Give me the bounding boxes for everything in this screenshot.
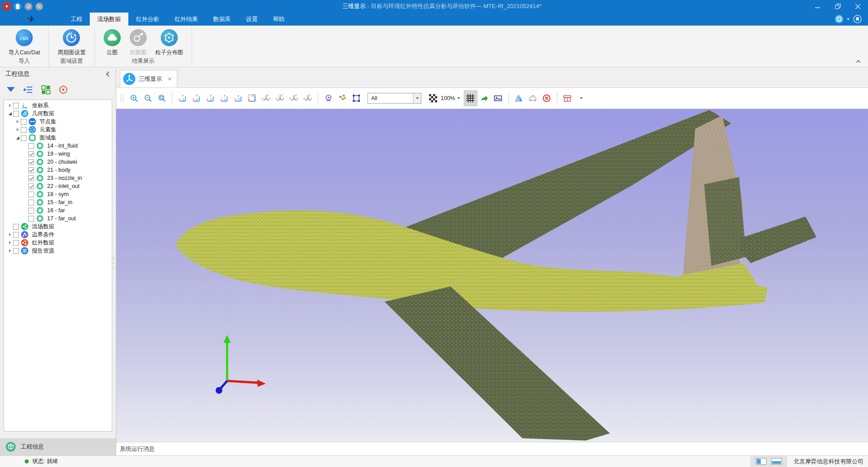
expand-open-icon[interactable]: [7, 112, 13, 115]
block-grid-icon[interactable]: [40, 84, 51, 95]
tree-checkbox[interactable]: [28, 167, 34, 173]
tree-checkbox[interactable]: [13, 224, 19, 230]
cancel-icon[interactable]: [540, 90, 554, 106]
tree-row[interactable]: 报告资源: [4, 247, 112, 255]
menu-tab-3[interactable]: 红外分析: [128, 13, 167, 26]
viewport-3d[interactable]: [116, 109, 868, 442]
layout-left-panel-icon[interactable]: [756, 458, 767, 465]
tab-close-icon[interactable]: ×: [168, 75, 171, 83]
new-doc-icon[interactable]: [14, 3, 22, 10]
tree-checkbox[interactable]: [28, 192, 34, 197]
help-badge-icon[interactable]: [853, 15, 862, 23]
tree-checkbox[interactable]: [28, 200, 34, 205]
redo-icon[interactable]: ↻: [35, 3, 43, 10]
tree-checkbox[interactable]: [13, 248, 19, 254]
expand-closed-icon[interactable]: [7, 104, 13, 107]
select-box-icon[interactable]: [349, 90, 363, 106]
toolbar-grip[interactable]: [121, 94, 123, 103]
panel-splitter-handle[interactable]: [112, 258, 115, 269]
particle-distribution-button[interactable]: 粒子分布图: [151, 28, 188, 57]
window-switch-icon[interactable]: [835, 15, 843, 23]
tree-row[interactable]: 20 - chuiwei: [4, 158, 112, 166]
view-top-icon[interactable]: xzY: [231, 90, 245, 106]
tree-checkbox[interactable]: [13, 232, 19, 238]
view-iso-3-icon[interactable]: Yxz: [287, 90, 301, 106]
view-bottom-icon[interactable]: zYx: [245, 90, 259, 106]
tree-checkbox[interactable]: [13, 240, 19, 246]
zoom-fit-icon[interactable]: [155, 90, 169, 106]
tree-row[interactable]: 红外数据: [4, 239, 112, 247]
tree-row[interactable]: 23 - nozzle_in: [4, 174, 112, 182]
mesh-grid-icon[interactable]: [464, 90, 478, 106]
dither-icon[interactable]: [426, 90, 440, 106]
export-caret-icon[interactable]: [574, 90, 588, 106]
menu-tab-7[interactable]: 帮助: [265, 13, 292, 26]
tree-row[interactable]: 22 - inlet_out: [4, 182, 112, 190]
expand-closed-icon[interactable]: [7, 233, 13, 236]
snapshot-icon[interactable]: [491, 90, 505, 106]
tree-checkbox[interactable]: [28, 151, 34, 157]
expand-closed-icon[interactable]: [7, 249, 13, 253]
panel-collapse-icon[interactable]: [106, 71, 111, 76]
view-iso-4-icon[interactable]: Yxz: [301, 90, 315, 106]
display-filter-dropdown-button[interactable]: [413, 93, 421, 103]
pin-icon[interactable]: ✦: [3, 2, 11, 10]
tree-row[interactable]: 几何数据: [4, 109, 112, 118]
contour-cloud-button[interactable]: 云图: [99, 28, 125, 57]
tree-checkbox[interactable]: [21, 119, 26, 125]
outline-list-icon[interactable]: [23, 84, 34, 95]
probe-icon[interactable]: [321, 90, 335, 106]
expand-open-icon[interactable]: [14, 136, 21, 140]
view-back-icon[interactable]: Yzx: [189, 90, 203, 106]
menu-tab-6[interactable]: 设置: [238, 13, 265, 26]
menu-tab-1[interactable]: 工程: [63, 13, 90, 26]
tree-row[interactable]: Yzx坐标系: [4, 101, 112, 109]
tree-row[interactable]: 节点集: [4, 118, 112, 126]
tree-checkbox[interactable]: [28, 175, 34, 181]
minimize-button[interactable]: [807, 0, 828, 13]
tree-row[interactable]: 16 - far: [4, 206, 112, 214]
panel-footer[interactable]: 工程信息: [0, 438, 116, 455]
view-iso-2-icon[interactable]: Yxz: [273, 90, 287, 106]
cluster-icon[interactable]: [335, 90, 349, 106]
tree-row[interactable]: 边界条件: [4, 231, 112, 239]
filter-icon[interactable]: [5, 84, 16, 95]
zoom-out-icon[interactable]: [141, 90, 155, 106]
view-front-icon[interactable]: Yxz: [175, 90, 189, 106]
view-left-icon[interactable]: Yxz: [203, 90, 217, 106]
tab-3d-view[interactable]: 三维显示 ×: [120, 70, 177, 87]
restore-button[interactable]: [828, 0, 848, 13]
mirror-icon[interactable]: [512, 90, 526, 106]
tree-row[interactable]: 面域集: [4, 134, 112, 142]
tree-row[interactable]: 18 - sym: [4, 190, 112, 198]
tree-checkbox[interactable]: [28, 183, 34, 189]
ribbon-collapse-button[interactable]: [857, 61, 861, 65]
tree-checkbox[interactable]: [13, 103, 19, 109]
view-right-icon[interactable]: Yzx: [217, 90, 231, 106]
tree-checkbox[interactable]: [28, 216, 34, 222]
locate-icon[interactable]: [58, 84, 69, 95]
layout-bottom-panel-icon[interactable]: [771, 458, 782, 465]
tree-checkbox[interactable]: [13, 111, 19, 117]
forward-arrow-icon[interactable]: [478, 90, 491, 106]
cas-import-button[interactable]: cas导入Cas/Dat: [4, 28, 44, 57]
caret-down-icon[interactable]: [847, 18, 850, 20]
opacity-select[interactable]: 100%: [441, 95, 460, 101]
menu-tab-5[interactable]: 数据库: [206, 13, 238, 26]
tree-row[interactable]: 14 - int_fluid: [4, 142, 112, 150]
expand-closed-icon[interactable]: [14, 128, 21, 131]
tree-checkbox[interactable]: [28, 159, 34, 165]
undo-icon[interactable]: ↺: [25, 3, 32, 10]
expand-closed-icon[interactable]: [14, 120, 21, 123]
expand-closed-icon[interactable]: [7, 241, 13, 244]
tree-checkbox[interactable]: [28, 143, 34, 149]
tree-checkbox[interactable]: [21, 127, 26, 133]
tree-row[interactable]: 流场数据: [4, 223, 112, 231]
export-box-icon[interactable]: [561, 90, 574, 106]
menu-tab-2[interactable]: 流场数据: [90, 13, 128, 26]
periodic-face-button[interactable]: 周期面设置: [53, 28, 90, 57]
tree-row[interactable]: 19 - wing: [4, 150, 112, 158]
display-filter-select[interactable]: All: [368, 93, 421, 104]
close-button[interactable]: [848, 0, 868, 13]
menu-tab-4[interactable]: 红外结果: [167, 13, 206, 26]
